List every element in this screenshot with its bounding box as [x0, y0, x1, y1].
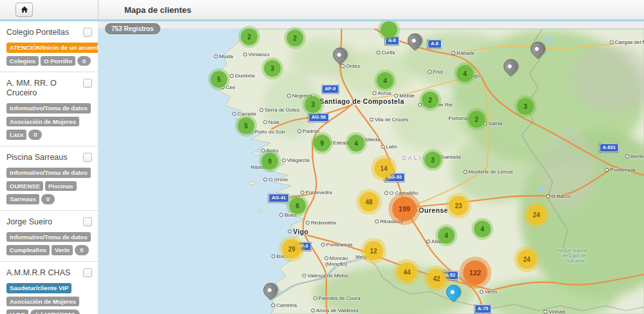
- client-name: Piscina Sarreaus: [6, 153, 80, 162]
- town-dot-icon: [260, 108, 263, 112]
- map-label: Redondela: [306, 220, 336, 226]
- map-label: Monforte de Lemos: [464, 169, 513, 175]
- home-button[interactable]: [15, 3, 33, 17]
- list-item-client-4[interactable]: A.M.M.R.R CHASSaudetar/cliente VIPAsocia…: [0, 262, 98, 314]
- cluster-marker[interactable]: 44: [394, 259, 420, 285]
- cluster-marker[interactable]: 48: [356, 189, 382, 215]
- town-dot-icon: [426, 239, 430, 243]
- town-dot-icon: [263, 177, 267, 181]
- client-checkbox[interactable]: [83, 153, 92, 162]
- town-dot-icon: [605, 168, 609, 172]
- cluster-marker[interactable]: 2: [238, 26, 260, 48]
- town-dot-icon: [287, 93, 291, 97]
- town-dot-icon: [306, 221, 310, 224]
- cluster-marker[interactable]: 122: [459, 257, 491, 289]
- cluster-count: 122: [463, 260, 488, 285]
- cluster-marker[interactable]: 3: [302, 93, 324, 115]
- client-tag: Asociación de Mujeres: [6, 297, 79, 307]
- town-dot-icon: [298, 129, 301, 133]
- cluster-marker[interactable]: 24: [524, 202, 549, 228]
- map-label: Vinhais: [544, 309, 565, 314]
- client-tag: 0: [28, 130, 42, 140]
- cluster-count: 4: [457, 65, 473, 82]
- client-name: A. MM. RR. O Cruceiro: [6, 79, 80, 97]
- list-item-client-1[interactable]: A. MM. RR. O CruceiroInformativo/Toma de…: [0, 72, 98, 146]
- cluster-marker[interactable]: 2: [419, 89, 441, 111]
- list-item-client-3[interactable]: Jorge SueiroInformativo/Toma de datosCum…: [0, 211, 98, 262]
- client-tag: 0: [77, 56, 91, 66]
- cluster-count: 42: [427, 269, 446, 288]
- cluster-count: 199: [392, 197, 417, 221]
- map-label: Lalín: [381, 144, 397, 150]
- cluster-marker[interactable]: 4: [435, 224, 457, 246]
- town-dot-icon: [451, 51, 455, 55]
- client-tag: O Porriño: [41, 56, 75, 66]
- map-label: Dumbria: [230, 73, 254, 79]
- cluster-marker[interactable]: 4: [454, 63, 476, 84]
- cluster-count: 6: [289, 197, 306, 214]
- cluster-marker[interactable]: 4: [374, 70, 396, 92]
- town-dot-icon: [263, 120, 267, 124]
- map-label: Melide: [394, 93, 415, 99]
- home-icon: [21, 6, 28, 14]
- cluster-count: 4: [377, 72, 393, 89]
- town-dot-icon: [243, 52, 247, 56]
- cluster-count: 44: [397, 262, 417, 282]
- cluster-count: 9: [314, 135, 330, 152]
- town-dot-icon: [232, 112, 236, 115]
- client-tag: Laza: [6, 130, 26, 140]
- map-canvas[interactable]: MuxiaVimianzoDumbriaCeeCarnotaSerra de O…: [98, 21, 644, 314]
- list-item-client-0[interactable]: Colegio PontellasATENCIÓN/Inicio de un a…: [0, 21, 98, 72]
- page-title: Mapa de clientes: [124, 0, 191, 19]
- cluster-marker[interactable]: 42: [424, 266, 450, 291]
- cluster-marker[interactable]: 2: [466, 108, 488, 130]
- cluster-marker[interactable]: 9: [259, 150, 281, 172]
- cluster-count: 4: [348, 135, 365, 152]
- client-tag: 0: [75, 245, 88, 255]
- cluster-marker[interactable]: 6: [287, 195, 308, 217]
- cluster-marker[interactable]: 2: [284, 27, 306, 49]
- cluster-count: 24: [517, 250, 536, 269]
- cluster-count: 5: [238, 117, 254, 134]
- map-label: Noia: [263, 119, 279, 125]
- client-tag: IAGO: [6, 309, 28, 314]
- cluster-count: 2: [241, 28, 258, 45]
- cluster-marker[interactable]: 14: [371, 155, 397, 181]
- cluster-marker[interactable]: 3: [422, 149, 444, 171]
- cluster-marker[interactable]: 12: [361, 238, 386, 264]
- map-label: Verín: [480, 289, 497, 295]
- cluster-marker[interactable]: 5: [208, 68, 230, 90]
- cluster-marker[interactable]: 24: [514, 246, 540, 272]
- client-tag: Informativo/Toma de datos: [6, 232, 91, 242]
- map-label: Curtis: [377, 50, 395, 55]
- records-count-badge: 753 Registros: [105, 23, 160, 34]
- map-label: Ponferrada: [605, 167, 636, 173]
- client-checkbox[interactable]: [83, 28, 92, 37]
- town-dot-icon: [341, 64, 345, 68]
- client-tag: Colegios: [6, 56, 39, 66]
- town-dot-icon: [321, 242, 325, 246]
- cluster-marker[interactable]: 5: [235, 115, 257, 137]
- cluster-marker[interactable]: 4: [471, 218, 493, 240]
- client-checkbox[interactable]: [83, 268, 92, 277]
- client-checkbox[interactable]: [83, 217, 92, 226]
- road-badge: AP-9: [321, 84, 339, 93]
- cluster-marker[interactable]: 199: [388, 193, 421, 225]
- town-dot-icon: [301, 190, 305, 194]
- cluster-marker[interactable]: 4: [345, 132, 367, 154]
- client-checkbox[interactable]: [83, 79, 92, 88]
- cluster-marker[interactable]: 23: [446, 193, 471, 219]
- cluster-marker[interactable]: 29: [279, 236, 305, 262]
- cluster-count: 2: [422, 92, 439, 108]
- road-badge: AG-41: [269, 193, 289, 202]
- town-dot-icon: [230, 74, 234, 77]
- cluster-marker[interactable]: 9: [311, 132, 333, 154]
- cluster-marker[interactable]: 3: [261, 57, 283, 79]
- client-tags: Informativo/Toma de datosAsociación de M…: [6, 103, 93, 140]
- client-tags: Informativo/Toma de datosOURENSEPiscinas…: [6, 168, 93, 204]
- cluster-marker[interactable]: 3: [515, 95, 536, 117]
- town-dot-icon: [428, 70, 431, 74]
- app-window: Mapa de clientes Colegio PontellasATENCI…: [0, 0, 644, 314]
- town-dot-icon: [271, 303, 275, 307]
- list-item-client-2[interactable]: Piscina SarreausInformativo/Toma de dato…: [0, 146, 98, 211]
